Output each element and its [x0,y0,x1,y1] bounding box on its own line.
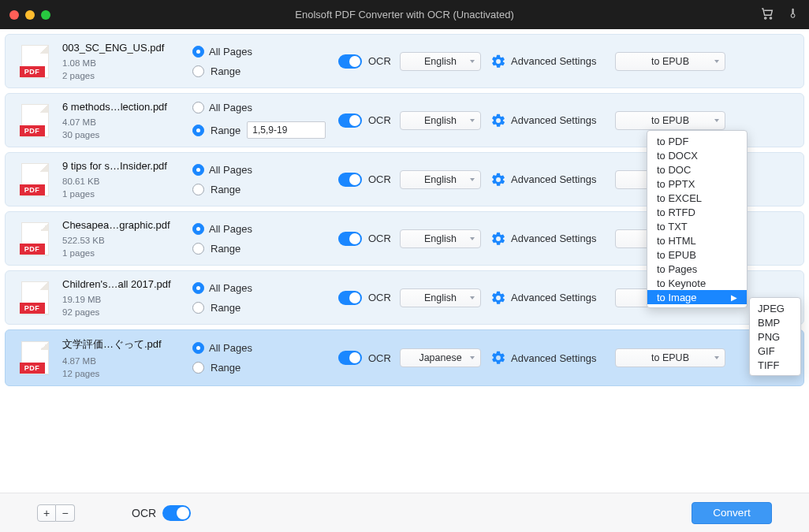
format-menu-item[interactable]: to PDF [647,134,747,148]
range-label: Range [211,302,240,314]
file-icon: PDF [15,222,54,255]
image-format-item[interactable]: BMP [750,315,800,329]
global-ocr-label: OCR [132,507,156,519]
gear-icon[interactable] [490,290,506,306]
range-radio[interactable] [192,243,204,255]
file-pages: 1 pages [62,189,192,199]
ocr-switch[interactable] [338,173,362,187]
language-select[interactable]: English [400,111,481,130]
ocr-label: OCR [368,114,391,126]
file-pages: 2 pages [62,71,192,80]
format-menu-item[interactable]: to Pages [647,262,747,276]
range-input[interactable] [247,121,326,139]
range-radio[interactable] [192,362,204,374]
advanced-settings-label: Advanced Settings [511,233,596,244]
output-format-select[interactable]: to EPUB [615,348,725,367]
minimize-window-button[interactable] [25,10,35,20]
all-pages-radio[interactable] [192,164,204,176]
ocr-label: OCR [368,55,391,67]
range-label: Range [211,184,240,195]
format-menu-item[interactable]: to DOCX [647,148,747,162]
ocr-switch[interactable] [338,113,362,128]
output-format-select[interactable]: to EPUB [615,52,725,71]
pdf-badge: PDF [20,363,45,374]
advanced-settings-label: Advanced Settings [511,173,596,185]
file-row[interactable]: PDF003_SC_ENG_US.pdf1.08 MB2 pagesAll Pa… [5,34,804,88]
file-pages: 30 pages [62,130,192,140]
all-pages-radio[interactable] [192,46,204,58]
gear-icon[interactable] [490,350,506,366]
pdf-badge: PDF [20,303,45,314]
range-radio[interactable] [192,125,204,136]
gear-icon[interactable] [490,172,506,188]
gear-icon[interactable] [490,54,506,69]
chevron-right-icon: ▶ [731,293,737,302]
language-select[interactable]: English [400,170,481,189]
ocr-switch[interactable] [338,351,362,365]
file-icon: PDF [15,341,54,374]
advanced-settings-label: Advanced Settings [511,55,596,67]
format-menu-item[interactable]: to EXCEL [647,191,747,205]
all-pages-radio[interactable] [192,223,204,235]
maximize-window-button[interactable] [41,10,50,20]
format-menu-item[interactable]: to DOC [647,162,747,177]
image-format-submenu[interactable]: JPEGBMPPNGGIFTIFF [749,297,801,376]
output-format-menu[interactable]: to PDFto DOCXto DOCto PPTXto EXCELto RTF… [647,130,747,308]
add-file-button[interactable]: + [37,504,56,522]
ocr-label: OCR [368,233,391,244]
gear-icon[interactable] [490,113,506,128]
all-pages-label: All Pages [209,102,252,113]
format-menu-item[interactable]: to Keynote [647,276,747,290]
language-select[interactable]: Japanese [400,348,481,367]
gear-icon[interactable] [490,231,506,247]
file-icon: PDF [15,104,54,137]
language-select[interactable]: English [400,229,481,248]
image-format-item[interactable]: TIFF [750,358,800,372]
file-size: 1.08 MB [62,58,192,68]
advanced-settings-label: Advanced Settings [511,352,596,364]
close-window-button[interactable] [9,10,19,20]
convert-button[interactable]: Convert [692,502,772,524]
ocr-switch[interactable] [338,291,362,305]
language-select[interactable]: English [400,288,481,307]
range-radio[interactable] [192,302,204,314]
svg-point-0 [765,17,766,18]
pdf-badge: PDF [20,66,45,77]
format-menu-item[interactable]: to RTFD [647,205,747,219]
ocr-switch[interactable] [338,232,362,246]
pdf-badge: PDF [20,244,45,255]
global-ocr-switch[interactable] [162,505,191,521]
file-name: 6 methods…lection.pdf [62,101,192,113]
image-format-item[interactable]: PNG [750,329,800,344]
remove-file-button[interactable]: − [56,504,75,522]
format-menu-item[interactable]: to HTML [647,233,747,247]
format-menu-item[interactable]: to EPUB [647,247,747,262]
file-size: 19.19 MB [62,295,192,304]
ocr-switch[interactable] [338,54,362,69]
file-icon: PDF [15,45,54,78]
format-menu-item[interactable]: to TXT [647,219,747,233]
cart-icon[interactable] [760,6,774,24]
file-icon: PDF [15,281,54,314]
range-radio[interactable] [192,65,204,77]
all-pages-label: All Pages [209,46,252,58]
file-size: 522.53 KB [62,236,192,245]
file-pages: 1 pages [62,248,192,258]
thermometer-icon[interactable] [787,6,798,24]
range-label: Range [211,125,240,136]
all-pages-radio[interactable] [192,342,204,354]
all-pages-radio[interactable] [192,282,204,294]
language-select[interactable]: English [400,52,481,71]
file-row[interactable]: PDF文学評価…ぐって.pdf4.87 MB12 pagesAll PagesR… [5,329,804,386]
image-format-item[interactable]: JPEG [750,301,800,315]
range-radio[interactable] [192,184,204,195]
svg-point-1 [770,17,771,18]
image-format-item[interactable]: GIF [750,344,800,358]
file-icon: PDF [15,163,54,196]
ocr-label: OCR [368,292,391,303]
advanced-settings-label: Advanced Settings [511,292,596,303]
all-pages-radio[interactable] [192,102,204,113]
format-menu-item[interactable]: to PPTX [647,177,747,191]
format-menu-item[interactable]: to Image▶ [647,290,747,304]
output-format-select[interactable]: to EPUB [615,111,725,130]
